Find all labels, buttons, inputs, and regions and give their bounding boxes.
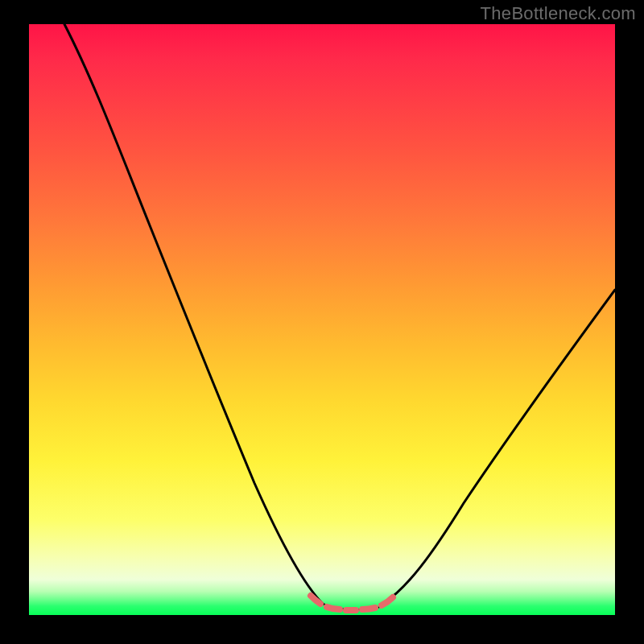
curve-left-branch [64,24,323,604]
plot-area [29,24,615,615]
chart-frame: TheBottleneck.com [0,0,644,644]
watermark-text: TheBottleneck.com [481,3,636,24]
valley-marker [311,596,393,610]
curve-layer [29,24,615,615]
curve-right-branch [383,290,615,604]
